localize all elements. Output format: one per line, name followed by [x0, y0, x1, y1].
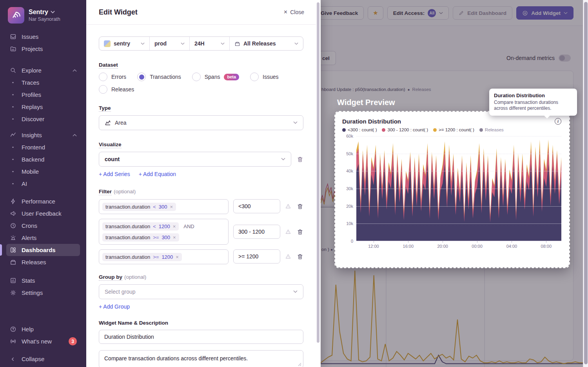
filter-search-input[interactable]: transaction.duration<300× — [99, 199, 229, 214]
token-remove-icon[interactable]: × — [173, 223, 176, 229]
token-value: 300 — [162, 234, 170, 240]
legend-item[interactable]: >= 1200 : count( ) — [433, 127, 474, 132]
sidebar-item-frontend[interactable]: Frontend — [6, 141, 80, 153]
dataset-option-transactions[interactable]: Transactions — [137, 73, 181, 81]
time-range-value: 24H — [194, 40, 205, 47]
token-remove-icon[interactable]: × — [176, 254, 179, 260]
delete-filter-button[interactable] — [297, 229, 303, 235]
x-tick-label: 04:00 — [506, 244, 517, 249]
filter-search-input[interactable]: transaction.duration>=1200× — [99, 249, 229, 264]
sidebar-item-explore[interactable]: Explore — [6, 64, 80, 76]
window-scrollbar[interactable] — [583, 0, 588, 367]
org-name: Sentry — [29, 9, 48, 16]
legend-alias-input[interactable] — [233, 199, 280, 213]
sidebar-item-user-feedback[interactable]: User Feedback — [6, 207, 80, 220]
sidebar-item-backend[interactable]: Backend — [6, 153, 80, 165]
filter-search-input[interactable]: transaction.duration<1200×ANDtransaction… — [99, 219, 229, 245]
drawer-scrollbar-thumb[interactable] — [317, 2, 319, 343]
add-equation-link[interactable]: + Add Equation — [139, 171, 176, 177]
token-key: transaction.duration — [105, 204, 150, 210]
widget-preview-card[interactable]: Duration Distribution i <300 : count( )3… — [335, 112, 569, 267]
sidebar-item-settings[interactable]: Settings — [6, 287, 80, 299]
time-range-selector[interactable]: 24H — [189, 37, 229, 50]
sidebar-item-alerts[interactable]: Alerts — [6, 232, 80, 244]
sidebar-item-ai[interactable]: AI — [6, 178, 80, 190]
dataset-option-label: Transactions — [150, 74, 181, 80]
sidebar-item-insights[interactable]: Insights — [6, 129, 80, 141]
token-remove-icon[interactable]: × — [173, 234, 176, 240]
info-icon[interactable]: i — [555, 118, 561, 125]
sidebar-item-profiles[interactable]: Profiles — [6, 89, 80, 101]
whats-new-badge: 3 — [69, 337, 77, 345]
close-button[interactable]: × Close — [284, 9, 304, 15]
sidebar-item-label: Traces — [22, 79, 39, 86]
close-label: Close — [290, 9, 304, 15]
project-value: sentry — [114, 40, 130, 47]
legend-alias-input[interactable] — [233, 249, 280, 263]
group-by-select[interactable]: Select group — [99, 284, 303, 299]
dataset-option-label: Releases — [111, 86, 134, 93]
dataset-option-issues[interactable]: Issues — [250, 73, 278, 81]
add-series-link[interactable]: + Add Series — [99, 171, 130, 177]
token-key: transaction.duration — [105, 254, 150, 260]
delete-filter-button[interactable] — [297, 253, 303, 260]
visualize-field[interactable]: count — [99, 152, 291, 167]
token-remove-icon[interactable]: × — [170, 204, 173, 210]
collapse-button[interactable]: Collapse — [6, 353, 80, 365]
page-filter-bar: sentry prod 24H All Releases — [99, 36, 303, 51]
y-tick-label: 20k — [346, 204, 353, 209]
legend-item[interactable]: Releases — [479, 127, 504, 132]
window-scrollbar-thumb[interactable] — [584, 2, 588, 364]
sidebar-item-stats[interactable]: Stats — [6, 274, 80, 287]
dataset-option-spans[interactable]: Spansbeta — [192, 73, 239, 81]
widget-tooltip: Duration Distribution Compare transactio… — [489, 89, 577, 116]
legend-alias-input[interactable] — [233, 225, 280, 239]
token-operator: >= — [153, 234, 159, 240]
sidebar-item-issues[interactable]: Issues — [6, 31, 80, 43]
sidebar-item-mobile[interactable]: Mobile — [6, 165, 80, 178]
environment-selector[interactable]: prod — [149, 37, 189, 50]
chart-plot-area — [356, 136, 561, 241]
sidebar-item-performance[interactable]: Performance — [6, 195, 80, 207]
chevron-up-icon — [73, 134, 77, 137]
legend-item[interactable]: <300 : count( ) — [342, 127, 377, 132]
sidebar-item-crons[interactable]: Crons — [6, 220, 80, 232]
project-selector[interactable]: sentry — [99, 37, 149, 50]
sidebar-item-what-s-new[interactable]: What's new3 — [6, 335, 80, 347]
add-group-link[interactable]: + Add Group — [99, 303, 130, 310]
bullet-icon — [9, 168, 16, 175]
widget-description-textarea[interactable]: Compare transaction durations across dif… — [99, 350, 303, 367]
legend-item[interactable]: 300 - 1200 : count( ) — [382, 127, 428, 132]
type-select[interactable]: Area — [99, 115, 303, 130]
sidebar-item-releases[interactable]: Releases — [6, 256, 80, 268]
sidebar-item-replays[interactable]: Replays — [6, 101, 80, 113]
sidebar-item-help[interactable]: Help — [6, 323, 80, 335]
sidebar-item-label: Alerts — [22, 234, 36, 241]
filter-token[interactable]: transaction.duration<300× — [102, 203, 176, 211]
visualize-label: Visualize — [99, 142, 122, 148]
filter-token[interactable]: transaction.duration>=1200× — [102, 253, 182, 261]
org-switcher[interactable]: Sentry Nar Saynorath — [0, 0, 86, 29]
radio-icon — [99, 73, 107, 81]
type-value: Area — [115, 120, 127, 126]
filter-token[interactable]: transaction.duration>=300× — [102, 233, 179, 242]
legend-label: 300 - 1200 : count( ) — [387, 127, 428, 132]
radio-icon — [250, 73, 259, 81]
filter-token[interactable]: transaction.duration<1200× — [102, 222, 179, 231]
megaphone-icon — [9, 210, 16, 217]
collapse-label: Collapse — [22, 356, 44, 362]
dataset-option-errors[interactable]: Errors — [99, 73, 126, 81]
sidebar-item-projects[interactable]: Projects — [6, 43, 80, 55]
delete-filter-button[interactable] — [297, 203, 303, 210]
dataset-option-releases[interactable]: Releases — [99, 85, 134, 94]
insights-graph-icon — [9, 132, 16, 139]
sidebar-item-dashboards[interactable]: Dashboards — [6, 244, 80, 256]
delete-visualize-button[interactable] — [297, 156, 303, 163]
drawer-scrollbar[interactable] — [316, 0, 321, 367]
releases-selector[interactable]: All Releases — [229, 37, 303, 50]
sidebar-item-discover[interactable]: Discover — [6, 113, 80, 125]
sidebar-item-traces[interactable]: Traces — [6, 76, 80, 89]
resize-grip-icon[interactable] — [298, 363, 301, 366]
widget-name-input[interactable] — [99, 330, 303, 344]
tooltip-body: Compare transaction durations across dif… — [494, 100, 572, 111]
